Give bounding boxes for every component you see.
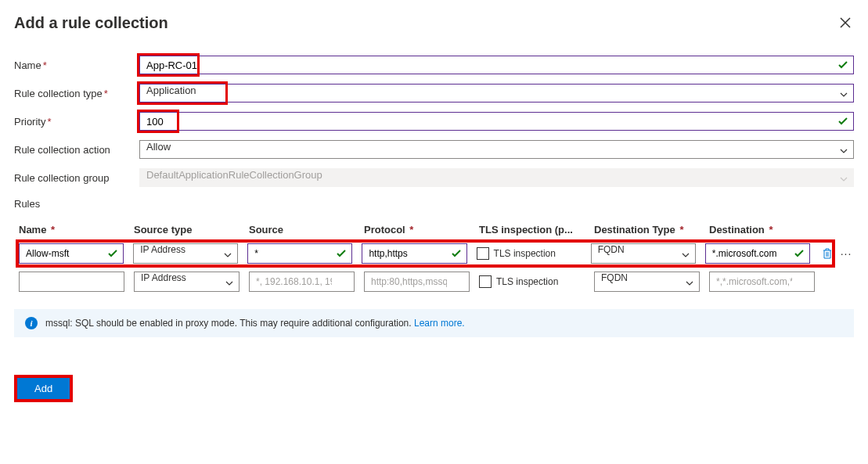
priority-input[interactable] <box>139 112 854 131</box>
rule-source-input[interactable] <box>249 272 355 292</box>
rule-name-input[interactable] <box>19 272 124 292</box>
close-icon <box>840 17 851 28</box>
name-label: Name* <box>14 59 139 71</box>
info-text: mssql: SQL should be enabled in proxy mo… <box>45 318 412 329</box>
rule-tls-checkbox[interactable] <box>479 275 492 288</box>
delete-rule-button[interactable] <box>819 246 835 261</box>
rule-protocol-input[interactable] <box>362 243 466 264</box>
tls-inspection-label: TLS inspection <box>494 248 556 259</box>
rule-tls-checkbox[interactable] <box>477 247 489 260</box>
rule-destination-input[interactable] <box>709 272 815 292</box>
rule-name-input[interactable] <box>19 243 124 264</box>
trash-icon <box>822 248 833 259</box>
close-button[interactable] <box>837 14 854 34</box>
learn-more-link[interactable]: Learn more. <box>414 318 465 329</box>
rules-header-row: Name * Source type Source Protocol * TLS… <box>19 224 854 243</box>
rule-source-type-select[interactable]: IP Address <box>133 243 238 264</box>
rule-dest-type-select[interactable]: FQDN <box>591 243 696 264</box>
rule-row: IP Address TLS inspection FQDN ··· <box>19 243 854 264</box>
action-select[interactable]: Allow <box>139 140 854 159</box>
rule-destination-input[interactable] <box>705 243 810 264</box>
add-button[interactable]: Add <box>17 378 70 399</box>
group-select: DefaultApplicationRuleCollectionGroup <box>139 168 854 187</box>
rule-row: IP Address TLS inspection FQDN <box>19 272 854 292</box>
group-label: Rule collection group <box>14 172 139 184</box>
type-label: Rule collection type* <box>14 88 139 99</box>
page-title: Add a rule collection <box>14 14 168 32</box>
action-label: Rule collection action <box>14 144 139 156</box>
rule-dest-type-select[interactable]: FQDN <box>594 272 700 292</box>
rule-source-input[interactable] <box>247 243 352 264</box>
info-icon: i <box>25 317 38 329</box>
type-select[interactable]: Application <box>139 84 854 103</box>
rule-protocol-input[interactable] <box>364 272 470 292</box>
info-banner: i mssql: SQL should be enabled in proxy … <box>14 309 854 337</box>
tls-inspection-label: TLS inspection <box>496 276 558 287</box>
rules-section-label: Rules <box>14 198 854 210</box>
more-actions-button[interactable]: ··· <box>838 246 854 261</box>
rule-source-type-select[interactable]: IP Address <box>134 272 240 292</box>
name-input[interactable] <box>139 56 854 74</box>
priority-label: Priority* <box>14 116 139 128</box>
dots-icon: ··· <box>841 247 852 260</box>
